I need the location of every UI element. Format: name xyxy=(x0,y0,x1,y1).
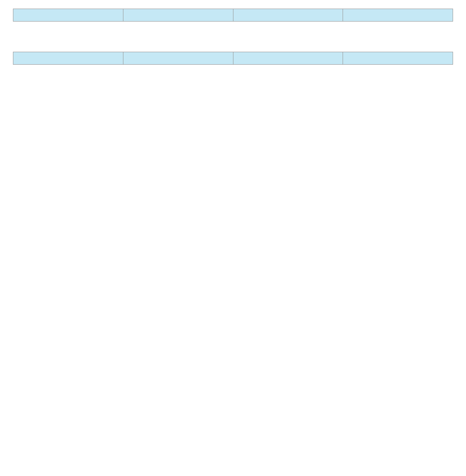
table2-header-env xyxy=(13,52,123,65)
table1-header-cond xyxy=(123,9,233,22)
table2-header-eval xyxy=(233,52,343,65)
table1-header-eval xyxy=(233,9,343,22)
table1-header-env xyxy=(13,9,123,22)
table1-header-mgmt xyxy=(343,9,453,22)
table2-header-mgmt xyxy=(343,52,453,65)
table-1 xyxy=(13,9,453,22)
table-2 xyxy=(13,52,453,65)
table2-header-cond xyxy=(123,52,233,65)
